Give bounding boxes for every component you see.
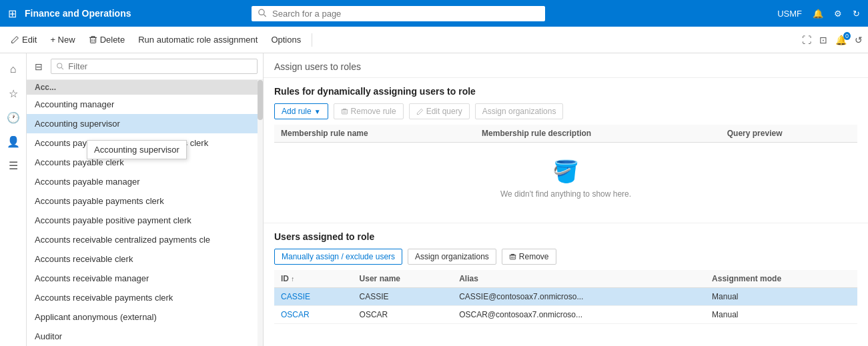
col-membership-rule-name: Membership rule name (274, 125, 475, 143)
role-item[interactable]: Accounting manager (27, 95, 263, 114)
new-label: + New (50, 35, 75, 45)
star-icon[interactable]: ☆ (3, 83, 24, 104)
remove-label: Remove (519, 252, 549, 261)
svg-line-4 (61, 67, 63, 69)
user-id-link[interactable]: CASSIE (281, 292, 310, 301)
restore-icon[interactable]: ↺ (855, 35, 863, 45)
role-item[interactable]: Accounts receivable manager (27, 269, 263, 288)
id-sort-icon: ↑ (291, 275, 294, 283)
search-bar[interactable] (252, 6, 545, 21)
role-item[interactable]: Accounts receivable payments clerk (27, 288, 263, 307)
new-button[interactable]: + New (45, 32, 80, 47)
top-nav: ⊞ Finance and Operations USMF 🔔 ⚙ ↻ (0, 0, 868, 27)
assign-orgs-rules-button[interactable]: Assign organizations (475, 103, 564, 119)
filter-input-wrap[interactable] (51, 59, 258, 74)
table-row[interactable]: CASSIECASSIECASSIE@contosoax7.onmicroso.… (274, 288, 857, 306)
edit-query-button[interactable]: Edit query (409, 103, 470, 119)
role-item[interactable]: Accounts receivable clerk (27, 249, 263, 269)
list-icon[interactable]: ☰ (3, 155, 24, 176)
options-button[interactable]: Options (266, 32, 306, 47)
fullscreen-icon[interactable]: ⛶ (802, 35, 811, 45)
role-item[interactable]: Auditor (27, 327, 263, 346)
header-text: Acc... (35, 83, 56, 92)
users-table: ID ↑ User name Alias Assignment mode CAS… (274, 270, 857, 324)
delete-icon (89, 35, 97, 44)
page-title: Assign users to roles (264, 53, 868, 78)
scroll-indicator[interactable] (258, 80, 263, 346)
col-assignment-mode: Assignment mode (705, 270, 857, 288)
edit-button[interactable]: Edit (5, 32, 42, 47)
toolbar-sep (312, 33, 312, 47)
settings-icon[interactable]: ⚙ (834, 9, 842, 19)
assign-orgs-users-button[interactable]: Assign organizations (408, 249, 496, 265)
add-rule-button[interactable]: Add rule ▼ (274, 103, 328, 119)
filter-toggle-button[interactable]: ⊟ (32, 60, 45, 73)
scroll-thumb[interactable] (258, 80, 263, 120)
user-id-link[interactable]: OSCAR (281, 310, 310, 319)
app-title: Finance and Operations (25, 8, 131, 19)
main-layout: ⌂ ☆ 🕐 👤 ☰ ⊟ Acc... Accounting supervisor… (0, 53, 868, 346)
table-row[interactable]: OSCAROSCAROSCAR@contosoax7.onmicroso...M… (274, 306, 857, 324)
user-alias: CASSIE@contosoax7.onmicroso... (452, 288, 705, 306)
col-id[interactable]: ID ↑ (274, 270, 353, 288)
bell-icon[interactable]: 🔔 (813, 9, 823, 19)
clock-icon[interactable]: 🕐 (3, 107, 24, 128)
users-table-body: CASSIECASSIECASSIE@contosoax7.onmicroso.… (274, 288, 857, 324)
options-label: Options (271, 35, 301, 45)
edit-query-label: Edit query (426, 107, 462, 116)
roles-list[interactable]: Acc... Accounting supervisor Accounting … (27, 80, 263, 346)
manually-assign-label: Manually assign / exclude users (282, 252, 395, 261)
badge-icon[interactable]: 🔔 0 (835, 35, 847, 45)
left-panel-header: ⊟ (27, 53, 263, 80)
remove-rule-label: Remove rule (351, 107, 396, 116)
svg-point-3 (57, 63, 62, 68)
manually-assign-button[interactable]: Manually assign / exclude users (274, 249, 402, 265)
search-icon (258, 9, 267, 18)
role-item[interactable]: Accounting supervisor (27, 114, 263, 133)
role-item[interactable]: Accounts payable payments clerk (27, 191, 263, 211)
roles-container: Accounting managerAccounting supervisorA… (27, 95, 263, 346)
user-username: OSCAR (353, 306, 453, 324)
user-assignment_mode: Manual (705, 288, 857, 306)
svg-line-1 (264, 15, 266, 17)
delete-button[interactable]: Delete (83, 32, 131, 47)
role-item[interactable]: Accounts receivable centralized payments… (27, 230, 263, 249)
edit-icon (11, 35, 19, 44)
refresh-icon[interactable]: ↻ (853, 9, 860, 19)
top-nav-right: USMF 🔔 ⚙ ↻ (777, 9, 860, 19)
panel-icon[interactable]: ⊡ (819, 35, 827, 45)
svg-rect-2 (90, 37, 95, 43)
filter-search-icon (57, 63, 64, 71)
remove-rule-icon (341, 108, 348, 115)
side-icons: ⌂ ☆ 🕐 👤 ☰ (0, 53, 27, 346)
search-input[interactable] (272, 9, 538, 19)
remove-rule-button[interactable]: Remove rule (334, 103, 404, 119)
add-rule-chevron: ▼ (314, 108, 321, 115)
user-username: CASSIE (353, 288, 453, 306)
empty-state-message: We didn't find anything to show here. (500, 189, 631, 199)
col-query-preview: Query preview (721, 125, 857, 143)
right-panel: Assign users to roles Rules for dynamica… (264, 53, 868, 346)
users-icon[interactable]: 👤 (3, 131, 24, 152)
role-item[interactable]: Applicant anonymous (external) (27, 307, 263, 327)
rules-empty-state: 🪣 We didn't find anything to show here. (274, 143, 857, 215)
users-section: Users assigned to role Manually assign /… (264, 223, 868, 346)
roles-list-header: Acc... (27, 80, 263, 95)
edit-query-icon (416, 108, 424, 115)
rules-title: Rules for dynamically assigning users to… (274, 86, 857, 97)
grid-icon[interactable]: ⊞ (8, 7, 17, 20)
delete-label: Delete (100, 35, 125, 45)
role-item[interactable]: Accounts payable positive payment clerk (27, 211, 263, 230)
svg-point-0 (259, 9, 264, 15)
filter-input[interactable] (68, 61, 252, 71)
remove-user-button[interactable]: Remove (502, 249, 556, 265)
main-toolbar: Edit + New Delete Run automatic role ass… (0, 27, 868, 53)
home-icon[interactable]: ⌂ (3, 59, 24, 80)
users-toolbar: Manually assign / exclude users Assign o… (274, 249, 857, 265)
role-item[interactable]: Accounts payable manager (27, 172, 263, 191)
user-alias: OSCAR@contosoax7.onmicroso... (452, 306, 705, 324)
rules-empty-row: 🪣 We didn't find anything to show here. (274, 143, 857, 215)
edit-label: Edit (22, 35, 37, 45)
run-assignment-button[interactable]: Run automatic role assignment (133, 32, 263, 47)
col-alias: Alias (452, 270, 705, 288)
